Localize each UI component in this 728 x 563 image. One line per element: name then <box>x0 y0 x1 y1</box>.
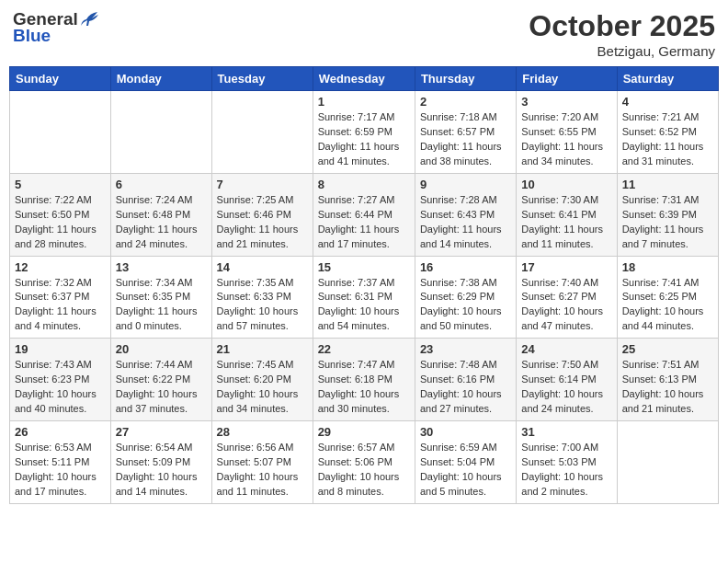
day-info: Sunrise: 7:22 AM Sunset: 6:50 PM Dayligh… <box>15 193 106 252</box>
calendar-cell: 1Sunrise: 7:17 AM Sunset: 6:59 PM Daylig… <box>313 91 415 174</box>
logo: General Blue <box>13 9 99 46</box>
page-header: General Blue October 2025 Betzigau, Germ… <box>9 9 719 59</box>
calendar-cell <box>10 91 111 174</box>
day-info: Sunrise: 7:48 AM Sunset: 6:16 PM Dayligh… <box>420 358 511 417</box>
day-info: Sunrise: 7:40 AM Sunset: 6:27 PM Dayligh… <box>521 276 611 335</box>
weekday-header-tuesday: Tuesday <box>211 67 313 91</box>
location-title: Betzigau, Germany <box>529 43 715 59</box>
calendar-week-row: 5Sunrise: 7:22 AM Sunset: 6:50 PM Daylig… <box>10 173 719 256</box>
day-number: 13 <box>116 260 207 274</box>
calendar-cell: 2Sunrise: 7:18 AM Sunset: 6:57 PM Daylig… <box>415 91 516 174</box>
day-number: 3 <box>521 95 611 109</box>
day-info: Sunrise: 7:24 AM Sunset: 6:48 PM Dayligh… <box>116 193 207 252</box>
day-number: 29 <box>318 425 410 439</box>
day-number: 31 <box>521 425 611 439</box>
weekday-header-saturday: Saturday <box>617 67 718 91</box>
day-info: Sunrise: 7:32 AM Sunset: 6:37 PM Dayligh… <box>15 276 106 335</box>
calendar-week-row: 1Sunrise: 7:17 AM Sunset: 6:59 PM Daylig… <box>10 91 719 174</box>
calendar-cell: 29Sunrise: 6:57 AM Sunset: 5:06 PM Dayli… <box>313 421 415 504</box>
calendar-cell: 17Sunrise: 7:40 AM Sunset: 6:27 PM Dayli… <box>517 256 617 339</box>
day-info: Sunrise: 6:59 AM Sunset: 5:04 PM Dayligh… <box>420 441 511 500</box>
calendar-cell: 18Sunrise: 7:41 AM Sunset: 6:25 PM Dayli… <box>617 256 718 339</box>
calendar-cell: 19Sunrise: 7:43 AM Sunset: 6:23 PM Dayli… <box>10 339 111 421</box>
day-number: 14 <box>217 260 308 274</box>
calendar-cell: 12Sunrise: 7:32 AM Sunset: 6:37 PM Dayli… <box>10 256 111 339</box>
weekday-header-monday: Monday <box>110 67 211 91</box>
day-info: Sunrise: 7:45 AM Sunset: 6:20 PM Dayligh… <box>217 358 308 417</box>
day-info: Sunrise: 7:20 AM Sunset: 6:55 PM Dayligh… <box>521 110 611 169</box>
day-info: Sunrise: 7:31 AM Sunset: 6:39 PM Dayligh… <box>622 193 713 252</box>
day-info: Sunrise: 7:17 AM Sunset: 6:59 PM Dayligh… <box>318 110 410 169</box>
day-number: 26 <box>15 425 106 439</box>
day-info: Sunrise: 7:21 AM Sunset: 6:52 PM Dayligh… <box>622 110 713 169</box>
day-info: Sunrise: 7:35 AM Sunset: 6:33 PM Dayligh… <box>217 276 308 335</box>
day-number: 20 <box>116 342 207 356</box>
calendar-cell: 11Sunrise: 7:31 AM Sunset: 6:39 PM Dayli… <box>617 173 718 256</box>
day-info: Sunrise: 7:43 AM Sunset: 6:23 PM Dayligh… <box>15 358 106 417</box>
day-info: Sunrise: 7:50 AM Sunset: 6:14 PM Dayligh… <box>521 358 611 417</box>
day-info: Sunrise: 7:47 AM Sunset: 6:18 PM Dayligh… <box>318 358 410 417</box>
day-number: 12 <box>15 260 106 274</box>
day-number: 5 <box>15 178 106 191</box>
calendar-cell: 21Sunrise: 7:45 AM Sunset: 6:20 PM Dayli… <box>211 339 313 421</box>
day-info: Sunrise: 7:00 AM Sunset: 5:03 PM Dayligh… <box>521 441 611 500</box>
calendar-cell: 7Sunrise: 7:25 AM Sunset: 6:46 PM Daylig… <box>211 173 313 256</box>
calendar-cell: 4Sunrise: 7:21 AM Sunset: 6:52 PM Daylig… <box>617 91 718 174</box>
weekday-header-thursday: Thursday <box>415 67 516 91</box>
calendar-week-row: 19Sunrise: 7:43 AM Sunset: 6:23 PM Dayli… <box>10 339 719 421</box>
month-title: October 2025 <box>529 9 715 43</box>
day-number: 25 <box>622 342 713 356</box>
calendar-cell <box>617 421 718 504</box>
day-info: Sunrise: 7:41 AM Sunset: 6:25 PM Dayligh… <box>622 276 713 335</box>
calendar-cell: 24Sunrise: 7:50 AM Sunset: 6:14 PM Dayli… <box>517 339 617 421</box>
calendar-cell: 23Sunrise: 7:48 AM Sunset: 6:16 PM Dayli… <box>415 339 516 421</box>
calendar-cell: 15Sunrise: 7:37 AM Sunset: 6:31 PM Dayli… <box>313 256 415 339</box>
calendar-cell: 27Sunrise: 6:54 AM Sunset: 5:09 PM Dayli… <box>110 421 211 504</box>
calendar-cell: 6Sunrise: 7:24 AM Sunset: 6:48 PM Daylig… <box>110 173 211 256</box>
calendar-cell: 20Sunrise: 7:44 AM Sunset: 6:22 PM Dayli… <box>110 339 211 421</box>
day-number: 10 <box>521 178 611 191</box>
day-number: 22 <box>318 342 410 356</box>
calendar-cell <box>110 91 211 174</box>
logo-blue-text: Blue <box>13 26 51 46</box>
calendar-cell: 5Sunrise: 7:22 AM Sunset: 6:50 PM Daylig… <box>10 173 111 256</box>
day-number: 27 <box>116 425 207 439</box>
day-info: Sunrise: 6:54 AM Sunset: 5:09 PM Dayligh… <box>116 441 207 500</box>
calendar-cell: 25Sunrise: 7:51 AM Sunset: 6:13 PM Dayli… <box>617 339 718 421</box>
calendar-cell: 31Sunrise: 7:00 AM Sunset: 5:03 PM Dayli… <box>517 421 617 504</box>
day-info: Sunrise: 7:25 AM Sunset: 6:46 PM Dayligh… <box>217 193 308 252</box>
day-info: Sunrise: 7:37 AM Sunset: 6:31 PM Dayligh… <box>318 276 410 335</box>
weekday-header-friday: Friday <box>517 67 617 91</box>
day-info: Sunrise: 7:28 AM Sunset: 6:43 PM Dayligh… <box>420 193 511 252</box>
day-number: 7 <box>217 178 308 191</box>
calendar-cell: 14Sunrise: 7:35 AM Sunset: 6:33 PM Dayli… <box>211 256 313 339</box>
day-info: Sunrise: 7:38 AM Sunset: 6:29 PM Dayligh… <box>420 276 511 335</box>
day-number: 19 <box>15 342 106 356</box>
calendar-week-row: 12Sunrise: 7:32 AM Sunset: 6:37 PM Dayli… <box>10 256 719 339</box>
calendar-header-row: SundayMondayTuesdayWednesdayThursdayFrid… <box>10 67 719 91</box>
day-number: 6 <box>116 178 207 191</box>
day-number: 15 <box>318 260 410 274</box>
calendar-cell: 16Sunrise: 7:38 AM Sunset: 6:29 PM Dayli… <box>415 256 516 339</box>
calendar-cell: 10Sunrise: 7:30 AM Sunset: 6:41 PM Dayli… <box>517 173 617 256</box>
weekday-header-wednesday: Wednesday <box>313 67 415 91</box>
day-number: 11 <box>622 178 713 191</box>
day-number: 4 <box>622 95 713 109</box>
day-info: Sunrise: 7:18 AM Sunset: 6:57 PM Dayligh… <box>420 110 511 169</box>
day-info: Sunrise: 7:51 AM Sunset: 6:13 PM Dayligh… <box>622 358 713 417</box>
day-info: Sunrise: 7:30 AM Sunset: 6:41 PM Dayligh… <box>521 193 611 252</box>
calendar-cell: 8Sunrise: 7:27 AM Sunset: 6:44 PM Daylig… <box>313 173 415 256</box>
calendar-cell <box>211 91 313 174</box>
day-info: Sunrise: 6:56 AM Sunset: 5:07 PM Dayligh… <box>217 441 308 500</box>
day-number: 17 <box>521 260 611 274</box>
calendar-cell: 9Sunrise: 7:28 AM Sunset: 6:43 PM Daylig… <box>415 173 516 256</box>
logo-bird-icon <box>79 11 99 28</box>
calendar-cell: 30Sunrise: 6:59 AM Sunset: 5:04 PM Dayli… <box>415 421 516 504</box>
day-number: 2 <box>420 95 511 109</box>
day-number: 9 <box>420 178 511 191</box>
title-block: October 2025 Betzigau, Germany <box>529 9 715 59</box>
day-info: Sunrise: 7:34 AM Sunset: 6:35 PM Dayligh… <box>116 276 207 335</box>
day-number: 30 <box>420 425 511 439</box>
calendar-cell: 26Sunrise: 6:53 AM Sunset: 5:11 PM Dayli… <box>10 421 111 504</box>
day-number: 28 <box>217 425 308 439</box>
